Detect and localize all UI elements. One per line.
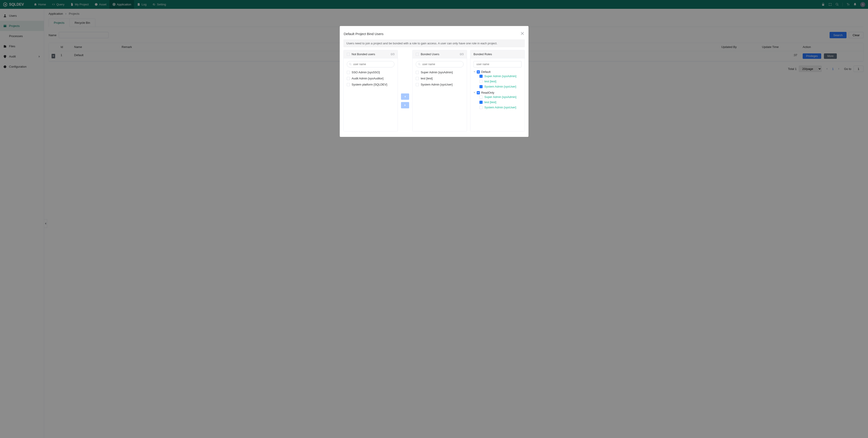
user-option[interactable]: Super Admin [sysAdmin] <box>416 69 464 75</box>
role-user-checkbox[interactable]: ✓ <box>479 101 483 104</box>
role-user-checkbox[interactable] <box>479 80 483 83</box>
role-user[interactable]: ✓Super Admin [sysAdmin] <box>479 74 522 79</box>
dialog-notice: Users need to join a project and be bond… <box>343 39 525 47</box>
role-user[interactable]: System Admin [sysUser] <box>479 105 522 110</box>
user-option[interactable]: Audit Admin [sysAuditor] <box>347 75 395 82</box>
role-node[interactable]: Default <box>473 70 522 74</box>
modal-overlay[interactable]: Default Project Bind Users Users need to… <box>0 0 868 438</box>
role-user[interactable]: test [test] <box>479 79 522 84</box>
bonded-checkall[interactable] <box>416 53 419 56</box>
not-bonded-panel: Not Bonded users 0/3 SSO Admin [sysSSO]A… <box>343 50 398 132</box>
role-user[interactable]: ✓System Admin [sysUser] <box>479 84 522 89</box>
transfer-right-button[interactable] <box>401 102 409 108</box>
role-node[interactable]: ReadOnly <box>473 91 522 94</box>
role-user-checkbox[interactable]: ✓ <box>479 75 483 78</box>
search-icon <box>349 63 352 66</box>
transfer-left-button[interactable] <box>401 93 409 100</box>
role-user-checkbox[interactable]: ✓ <box>479 85 483 88</box>
not-bonded-search-input[interactable] <box>347 61 395 67</box>
role-user[interactable]: Super Admin [sysAdmin] <box>479 94 522 99</box>
user-option[interactable]: System platform [SQLDEV] <box>347 82 395 88</box>
role-checkbox[interactable] <box>477 91 480 94</box>
user-option[interactable]: System Admin [sysUser] <box>416 82 464 88</box>
role-user-checkbox[interactable] <box>479 106 483 109</box>
bonded-search-input[interactable] <box>416 61 464 67</box>
role-checkbox[interactable] <box>477 70 480 74</box>
role-user[interactable]: ✓test [test] <box>479 99 522 105</box>
not-bonded-checkall[interactable] <box>347 53 350 56</box>
search-icon <box>418 63 421 66</box>
roles-panel: Bonded Roles Default✓Super Admin [sysAdm… <box>470 50 525 132</box>
role-user-checkbox[interactable] <box>479 95 483 99</box>
bonded-panel: Bonded Users 0/3 Super Admin [sysAdmin]t… <box>412 50 467 132</box>
dialog-close-button[interactable] <box>520 31 525 37</box>
dialog-title: Default Project Bind Users <box>343 32 383 36</box>
user-option[interactable]: SSO Admin [sysSSO] <box>347 69 395 75</box>
bind-users-dialog: Default Project Bind Users Users need to… <box>340 26 528 137</box>
user-option[interactable]: test [test] <box>416 75 464 82</box>
roles-search-input[interactable] <box>473 61 522 67</box>
